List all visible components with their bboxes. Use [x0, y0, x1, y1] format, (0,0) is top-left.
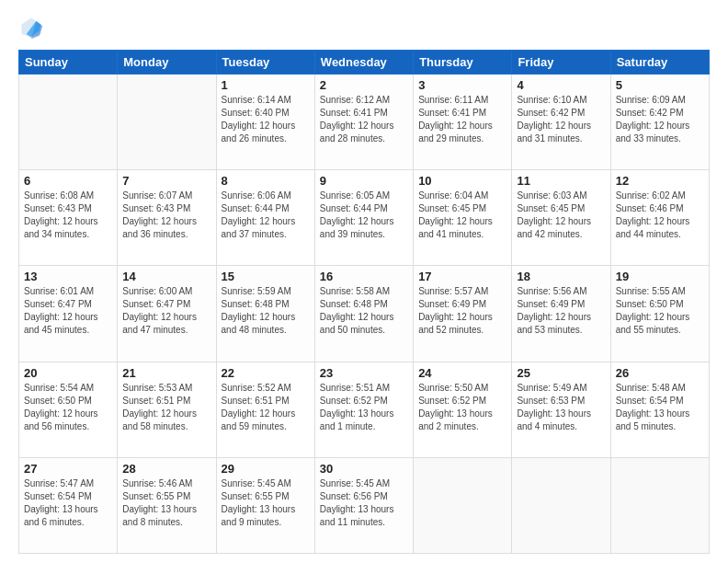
calendar-cell: 17Sunrise: 5:57 AM Sunset: 6:49 PM Dayli…	[414, 266, 512, 362]
calendar-cell: 19Sunrise: 5:55 AM Sunset: 6:50 PM Dayli…	[610, 266, 709, 362]
calendar-cell: 29Sunrise: 5:45 AM Sunset: 6:55 PM Dayli…	[216, 457, 314, 553]
calendar-cell: 30Sunrise: 5:45 AM Sunset: 6:56 PM Dayli…	[314, 457, 413, 553]
calendar-cell: 24Sunrise: 5:50 AM Sunset: 6:52 PM Dayli…	[414, 362, 512, 457]
weekday-tuesday: Tuesday	[216, 51, 314, 75]
calendar-cell: 12Sunrise: 6:02 AM Sunset: 6:46 PM Dayli…	[610, 170, 709, 266]
day-number: 12	[616, 174, 704, 188]
day-info: Sunrise: 6:02 AM Sunset: 6:46 PM Dayligh…	[616, 190, 704, 241]
header	[18, 15, 710, 40]
day-number: 17	[418, 270, 506, 283]
day-number: 29	[222, 462, 310, 476]
day-info: Sunrise: 5:47 AM Sunset: 6:54 PM Dayligh…	[24, 477, 112, 529]
day-info: Sunrise: 5:55 AM Sunset: 6:50 PM Dayligh…	[616, 285, 704, 337]
calendar-cell: 25Sunrise: 5:49 AM Sunset: 6:53 PM Dayli…	[512, 362, 610, 457]
calendar-cell: 4Sunrise: 6:10 AM Sunset: 6:42 PM Daylig…	[512, 75, 610, 170]
calendar-cell: 27Sunrise: 5:47 AM Sunset: 6:54 PM Dayli…	[19, 457, 118, 553]
logo	[18, 15, 48, 40]
day-info: Sunrise: 5:54 AM Sunset: 6:50 PM Dayligh…	[24, 382, 112, 433]
calendar-cell: 1Sunrise: 6:14 AM Sunset: 6:40 PM Daylig…	[216, 75, 314, 170]
day-number: 16	[320, 270, 408, 283]
weekday-sunday: Sunday	[19, 51, 118, 75]
day-number: 20	[24, 366, 112, 380]
day-info: Sunrise: 6:14 AM Sunset: 6:40 PM Dayligh…	[222, 94, 310, 145]
day-info: Sunrise: 6:05 AM Sunset: 6:44 PM Dayligh…	[320, 190, 408, 241]
day-info: Sunrise: 5:48 AM Sunset: 6:54 PM Dayligh…	[616, 382, 704, 433]
day-info: Sunrise: 5:52 AM Sunset: 6:51 PM Dayligh…	[222, 382, 310, 433]
day-info: Sunrise: 6:01 AM Sunset: 6:47 PM Dayligh…	[24, 285, 112, 337]
calendar-cell: 22Sunrise: 5:52 AM Sunset: 6:51 PM Dayli…	[216, 362, 314, 457]
day-info: Sunrise: 5:51 AM Sunset: 6:52 PM Dayligh…	[320, 382, 408, 433]
calendar-cell: 6Sunrise: 6:08 AM Sunset: 6:43 PM Daylig…	[19, 170, 118, 266]
calendar-cell: 11Sunrise: 6:03 AM Sunset: 6:45 PM Dayli…	[512, 170, 610, 266]
weekday-wednesday: Wednesday	[314, 51, 413, 75]
day-number: 28	[122, 462, 210, 476]
day-number: 22	[222, 366, 310, 380]
day-info: Sunrise: 5:57 AM Sunset: 6:49 PM Dayligh…	[418, 285, 506, 337]
day-info: Sunrise: 5:58 AM Sunset: 6:48 PM Dayligh…	[320, 285, 408, 337]
day-info: Sunrise: 5:50 AM Sunset: 6:52 PM Dayligh…	[418, 382, 506, 433]
day-number: 9	[320, 174, 408, 188]
day-number: 8	[222, 174, 310, 188]
day-info: Sunrise: 6:06 AM Sunset: 6:44 PM Dayligh…	[222, 190, 310, 241]
day-number: 4	[517, 78, 605, 92]
day-info: Sunrise: 5:45 AM Sunset: 6:56 PM Dayligh…	[320, 477, 408, 529]
day-number: 5	[616, 78, 704, 92]
calendar-cell	[610, 457, 709, 553]
day-info: Sunrise: 6:08 AM Sunset: 6:43 PM Dayligh…	[24, 190, 112, 241]
day-number: 7	[122, 174, 210, 188]
calendar-cell: 16Sunrise: 5:58 AM Sunset: 6:48 PM Dayli…	[314, 266, 413, 362]
day-number: 13	[24, 270, 112, 283]
day-number: 3	[418, 78, 506, 92]
day-number: 18	[517, 270, 605, 283]
calendar-cell: 2Sunrise: 6:12 AM Sunset: 6:41 PM Daylig…	[314, 75, 413, 170]
calendar-cell: 15Sunrise: 5:59 AM Sunset: 6:48 PM Dayli…	[216, 266, 314, 362]
day-info: Sunrise: 6:00 AM Sunset: 6:47 PM Dayligh…	[122, 285, 210, 337]
calendar-cell: 9Sunrise: 6:05 AM Sunset: 6:44 PM Daylig…	[314, 170, 413, 266]
day-info: Sunrise: 5:59 AM Sunset: 6:48 PM Dayligh…	[222, 285, 310, 337]
day-info: Sunrise: 6:03 AM Sunset: 6:45 PM Dayligh…	[517, 190, 605, 241]
day-info: Sunrise: 5:49 AM Sunset: 6:53 PM Dayligh…	[517, 382, 605, 433]
calendar-cell: 21Sunrise: 5:53 AM Sunset: 6:51 PM Dayli…	[118, 362, 216, 457]
day-info: Sunrise: 6:11 AM Sunset: 6:41 PM Dayligh…	[418, 94, 506, 145]
calendar-cell	[414, 457, 512, 553]
week-row-3: 20Sunrise: 5:54 AM Sunset: 6:50 PM Dayli…	[19, 362, 710, 457]
calendar-cell: 5Sunrise: 6:09 AM Sunset: 6:42 PM Daylig…	[610, 75, 709, 170]
calendar-cell: 26Sunrise: 5:48 AM Sunset: 6:54 PM Dayli…	[610, 362, 709, 457]
day-number: 6	[24, 174, 112, 188]
calendar-table: SundayMondayTuesdayWednesdayThursdayFrid…	[18, 50, 710, 554]
day-number: 26	[616, 366, 704, 380]
weekday-friday: Friday	[512, 51, 610, 75]
calendar-cell: 28Sunrise: 5:46 AM Sunset: 6:55 PM Dayli…	[118, 457, 216, 553]
week-row-0: 1Sunrise: 6:14 AM Sunset: 6:40 PM Daylig…	[19, 75, 710, 170]
day-number: 21	[122, 366, 210, 380]
week-row-1: 6Sunrise: 6:08 AM Sunset: 6:43 PM Daylig…	[19, 170, 710, 266]
weekday-thursday: Thursday	[414, 51, 512, 75]
weekday-saturday: Saturday	[610, 51, 709, 75]
week-row-2: 13Sunrise: 6:01 AM Sunset: 6:47 PM Dayli…	[19, 266, 710, 362]
day-info: Sunrise: 6:09 AM Sunset: 6:42 PM Dayligh…	[616, 94, 704, 145]
day-number: 2	[320, 78, 408, 92]
page: SundayMondayTuesdayWednesdayThursdayFrid…	[0, 0, 728, 563]
calendar-cell	[19, 75, 118, 170]
day-info: Sunrise: 5:45 AM Sunset: 6:55 PM Dayligh…	[222, 477, 310, 529]
calendar-cell: 3Sunrise: 6:11 AM Sunset: 6:41 PM Daylig…	[414, 75, 512, 170]
day-info: Sunrise: 5:46 AM Sunset: 6:55 PM Dayligh…	[122, 477, 210, 529]
day-number: 30	[320, 462, 408, 476]
calendar-cell: 18Sunrise: 5:56 AM Sunset: 6:49 PM Dayli…	[512, 266, 610, 362]
day-number: 25	[517, 366, 605, 380]
day-number: 10	[418, 174, 506, 188]
calendar-cell: 20Sunrise: 5:54 AM Sunset: 6:50 PM Dayli…	[19, 362, 118, 457]
day-info: Sunrise: 6:07 AM Sunset: 6:43 PM Dayligh…	[122, 190, 210, 241]
day-info: Sunrise: 5:53 AM Sunset: 6:51 PM Dayligh…	[122, 382, 210, 433]
calendar-cell: 23Sunrise: 5:51 AM Sunset: 6:52 PM Dayli…	[314, 362, 413, 457]
logo-icon	[18, 15, 44, 40]
week-row-4: 27Sunrise: 5:47 AM Sunset: 6:54 PM Dayli…	[19, 457, 710, 553]
day-number: 1	[222, 78, 310, 92]
calendar-cell: 8Sunrise: 6:06 AM Sunset: 6:44 PM Daylig…	[216, 170, 314, 266]
day-number: 19	[616, 270, 704, 283]
day-info: Sunrise: 6:12 AM Sunset: 6:41 PM Dayligh…	[320, 94, 408, 145]
day-info: Sunrise: 6:10 AM Sunset: 6:42 PM Dayligh…	[517, 94, 605, 145]
day-number: 15	[222, 270, 310, 283]
day-number: 11	[517, 174, 605, 188]
day-number: 24	[418, 366, 506, 380]
